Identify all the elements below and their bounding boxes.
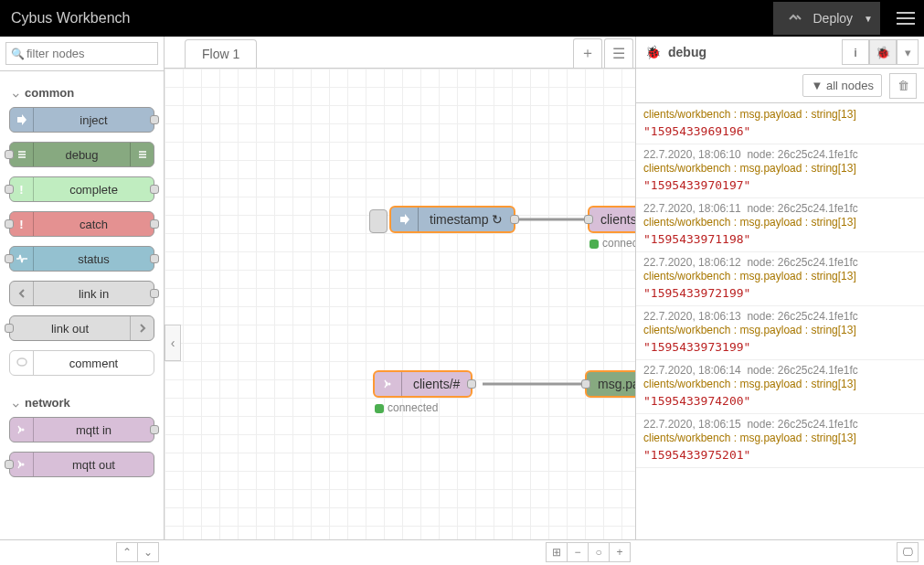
output-port[interactable]	[150, 219, 159, 229]
debug-topic: clients/workbench : msg.payload : string…	[643, 432, 917, 444]
output-port[interactable]	[150, 185, 159, 194]
output-port[interactable]	[510, 215, 519, 224]
node-label: clients/#	[402, 377, 471, 391]
sidebar-toggle-button[interactable]: 🖵	[897, 542, 919, 562]
tab-flow[interactable]: Flow 1	[185, 39, 257, 68]
node-label: catch	[34, 218, 154, 231]
palette-node-inject[interactable]: inject	[9, 107, 154, 133]
debug-topic: clients/workbench : msg.payload : string…	[643, 324, 917, 336]
output-port[interactable]	[467, 379, 476, 389]
workspace: Flow 1 ＋ ☰ ‹ timestamp ↻clients/workbenc…	[165, 37, 636, 539]
palette-down-button[interactable]: ⌄	[137, 542, 159, 562]
output-port[interactable]	[150, 254, 159, 263]
debug-value: "1595433974200"	[643, 394, 917, 408]
sidebar-dropdown-button[interactable]: ▾	[897, 39, 919, 65]
debug-value: "1595433973199"	[643, 340, 917, 354]
debug-toolbar: ▼ all nodes 🗑	[636, 69, 924, 103]
debug-timestamp: 22.7.2020, 18:06:10 node: 26c25c24.1fe1f…	[643, 148, 917, 161]
debug-value: "1595433970197"	[643, 178, 917, 192]
arrow-icon	[10, 108, 34, 132]
wire	[483, 379, 585, 389]
input-port[interactable]	[5, 254, 14, 263]
node-label: inject	[34, 113, 154, 127]
output-port[interactable]	[150, 289, 159, 298]
app-title: Cybus Workbench	[11, 10, 773, 27]
deploy-icon	[788, 11, 804, 26]
debug-message[interactable]: 22.7.2020, 18:06:13 node: 26c25c24.1fe1f…	[636, 306, 924, 360]
navigator-button[interactable]: ⊞	[546, 542, 568, 562]
input-port[interactable]	[5, 219, 14, 229]
debug-tab-button[interactable]: 🐞	[869, 39, 897, 65]
node-label: complete	[34, 183, 154, 197]
info-tab-button[interactable]: i	[842, 39, 869, 65]
debug-timestamp: 22.7.2020, 18:06:15 node: 26c25c24.1fe1f…	[643, 418, 917, 431]
debug-topic: clients/workbench : msg.payload : string…	[643, 162, 917, 175]
node-status: connected	[375, 401, 438, 414]
zoom-in-button[interactable]: +	[609, 542, 631, 562]
debug-message[interactable]: 22.7.2020, 18:06:12 node: 26c25c24.1fe1f…	[636, 252, 924, 306]
header: Cybus Workbench Deploy ▼	[0, 0, 924, 37]
canvas[interactable]: timestamp ↻clients/workbenchconnectedcli…	[165, 69, 635, 539]
input-port[interactable]	[5, 185, 14, 194]
link-icon	[10, 282, 34, 305]
add-tab-button[interactable]: ＋	[573, 38, 602, 68]
node-label: timestamp ↻	[419, 212, 514, 227]
sidebar-title: debug	[668, 45, 706, 59]
deploy-button[interactable]: Deploy ▼	[773, 2, 881, 35]
palette-category[interactable]: common	[9, 75, 154, 107]
palette-category[interactable]: network	[9, 385, 154, 417]
debug-message[interactable]: 22.7.2020, 18:06:14 node: 26c25c24.1fe1f…	[636, 360, 924, 414]
node-label: comment	[34, 357, 154, 370]
debug-message[interactable]: 22.7.2020, 18:06:10 node: 26c25c24.1fe1f…	[636, 144, 924, 198]
debug-topic: clients/workbench : msg.payload : string…	[643, 108, 917, 121]
palette-up-button[interactable]: ⌃	[116, 542, 138, 562]
input-port[interactable]	[5, 150, 14, 159]
radio-icon	[375, 372, 402, 396]
output-port[interactable]	[150, 115, 159, 124]
svg-point-7	[21, 429, 24, 432]
filter-input[interactable]	[5, 42, 158, 65]
list-tabs-button[interactable]: ☰	[604, 38, 633, 68]
debug-message[interactable]: 22.7.2020, 18:06:11 node: 26c25c24.1fe1f…	[636, 198, 924, 252]
palette-body: commoninjectdebug!complete!catchstatusli…	[0, 71, 164, 539]
palette-node-linkin[interactable]: link in	[9, 281, 154, 306]
palette-node-mqttin[interactable]: mqtt in	[9, 417, 154, 442]
canvas-node-mqttin[interactable]: clients/#connected	[373, 370, 473, 398]
zoom-reset-button[interactable]: ○	[588, 542, 610, 562]
output-port[interactable]	[150, 425, 159, 434]
collapse-palette-button[interactable]: ‹	[165, 325, 181, 361]
input-port[interactable]	[581, 379, 590, 389]
node-label: mqtt out	[34, 458, 154, 472]
node-label: clients/workbench	[589, 212, 635, 227]
palette-node-status[interactable]: status	[9, 246, 154, 272]
node-label: link in	[34, 287, 154, 301]
debug-topic: clients/workbench : msg.payload : string…	[643, 378, 917, 390]
canvas-node-mqttout[interactable]: clients/workbenchconnected	[588, 206, 635, 233]
link-icon	[130, 316, 154, 340]
canvas-node-inject[interactable]: timestamp ↻	[389, 206, 515, 233]
inject-trigger-button[interactable]	[369, 209, 388, 233]
debug-messages[interactable]: clients/workbench : msg.payload : string…	[636, 103, 924, 539]
input-port[interactable]	[5, 460, 14, 469]
sidebar-header: 🐞 debug i 🐞 ▾	[636, 37, 924, 69]
palette-node-debug[interactable]: debug	[9, 142, 154, 167]
palette-node-catch[interactable]: !catch	[9, 211, 154, 237]
zoom-out-button[interactable]: −	[567, 542, 589, 562]
menu-button[interactable]	[887, 0, 924, 37]
palette-node-linkout[interactable]: link out	[9, 315, 154, 341]
palette-node-mqttout[interactable]: mqtt out	[9, 452, 154, 477]
input-port[interactable]	[5, 324, 14, 333]
input-port[interactable]	[584, 215, 593, 224]
clear-debug-button[interactable]: 🗑	[889, 73, 917, 99]
palette-node-complete[interactable]: !complete	[9, 176, 154, 202]
canvas-node-debug[interactable]: msg.payload	[585, 370, 635, 398]
debug-value: "1595433975201"	[643, 448, 917, 462]
debug-value: "1595433972199"	[643, 286, 917, 300]
debug-topic: clients/workbench : msg.payload : string…	[643, 216, 917, 229]
debug-message[interactable]: clients/workbench : msg.payload : string…	[636, 103, 924, 144]
search-icon: 🔍	[11, 48, 25, 60]
node-label: status	[34, 252, 154, 266]
debug-message[interactable]: 22.7.2020, 18:06:15 node: 26c25c24.1fe1f…	[636, 414, 924, 468]
filter-button[interactable]: ▼ all nodes	[802, 74, 882, 97]
palette-node-comment[interactable]: comment	[9, 350, 154, 376]
